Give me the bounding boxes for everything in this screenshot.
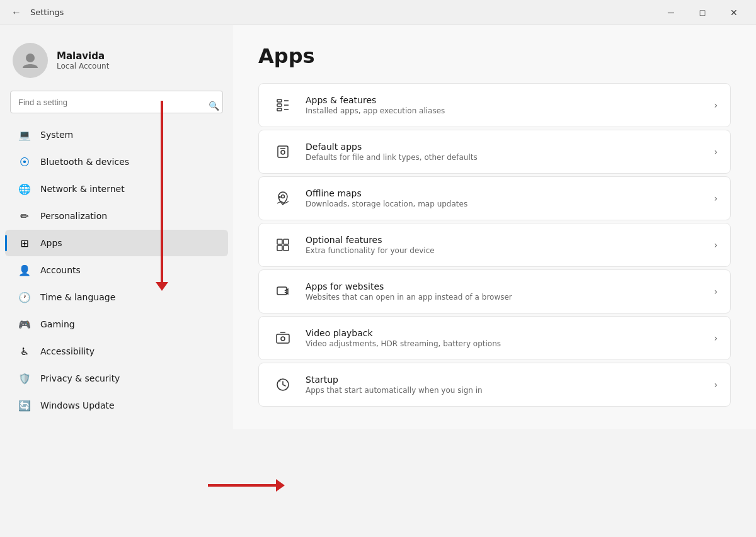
startup-desc: Apps that start automatically when you s…: [306, 386, 702, 395]
optional-features-icon: [272, 234, 294, 256]
apps-features-text: Apps & features Installed apps, app exec…: [306, 95, 702, 115]
default-apps-chevron: ›: [714, 147, 718, 157]
svg-point-10: [282, 195, 285, 198]
offline-maps-chevron: ›: [714, 193, 718, 203]
sidebar-item-windows-update[interactable]: 🔄 Windows Update: [5, 392, 228, 419]
apps-websites-chevron: ›: [714, 286, 718, 297]
titlebar: ← Settings ─ □ ✕: [0, 0, 756, 25]
close-button[interactable]: ✕: [719, 3, 748, 23]
apps-websites-text: Apps for websites Websites that can open…: [306, 281, 702, 302]
apps-websites-desc: Websites that can open in an app instead…: [306, 293, 702, 302]
svg-point-8: [281, 150, 285, 154]
titlebar-title: Settings: [30, 8, 64, 17]
sidebar-label-privacy: Privacy & security: [40, 373, 120, 383]
sidebar-label-network: Network & internet: [40, 184, 125, 194]
default-apps-text: Default apps Defaults for file and link …: [306, 142, 702, 162]
search-container: 🔍: [0, 91, 233, 121]
svg-rect-15: [284, 246, 289, 251]
default-apps-desc: Defaults for file and link types, other …: [306, 153, 702, 162]
setting-card-startup[interactable]: Startup Apps that start automatically wh…: [258, 363, 731, 407]
accessibility-icon: ♿: [18, 344, 32, 358]
avatar: [13, 43, 48, 78]
svg-rect-13: [284, 239, 289, 244]
offline-maps-text: Offline maps Downloads, storage location…: [306, 188, 702, 208]
apps-icon: ⊞: [18, 236, 32, 250]
apps-features-icon: [272, 94, 294, 116]
setting-card-offline-maps[interactable]: Offline maps Downloads, storage location…: [258, 176, 731, 220]
svg-point-0: [26, 54, 35, 62]
sidebar-label-accessibility: Accessibility: [40, 346, 94, 356]
optional-features-desc: Extra functionality for your device: [306, 246, 702, 255]
nav-menu: 💻 System ⦿ Bluetooth & devices 🌐 Network…: [0, 121, 233, 419]
privacy-icon: 🛡️: [18, 371, 32, 385]
sidebar-item-system[interactable]: 💻 System: [5, 122, 228, 148]
time-icon: 🕐: [18, 290, 32, 304]
sidebar-item-privacy[interactable]: 🛡️ Privacy & security: [5, 365, 228, 392]
window-controls: ─ □ ✕: [656, 3, 748, 23]
personalization-icon: ✏️: [18, 209, 32, 223]
optional-features-chevron: ›: [714, 240, 718, 250]
sidebar-item-gaming[interactable]: 🎮 Gaming: [5, 311, 228, 337]
gaming-icon: 🎮: [18, 317, 32, 331]
svg-rect-1: [277, 99, 282, 102]
offline-maps-desc: Downloads, storage location, map updates: [306, 200, 702, 208]
sidebar-item-accessibility[interactable]: ♿ Accessibility: [5, 338, 228, 365]
svg-rect-14: [277, 246, 282, 251]
annotation-arrow-down: [161, 101, 163, 283]
setting-card-apps-websites[interactable]: Apps for websites Websites that can open…: [258, 269, 731, 314]
setting-card-apps-features[interactable]: Apps & features Installed apps, app exec…: [258, 83, 731, 127]
startup-title: Startup: [306, 375, 702, 385]
video-playback-desc: Video adjustments, HDR streaming, batter…: [306, 339, 702, 348]
sidebar: Malavida Local Account 🔍 💻 System ⦿ Blue…: [0, 25, 233, 429]
sidebar-item-accounts[interactable]: 👤 Accounts: [5, 257, 228, 283]
accounts-icon: 👤: [18, 263, 32, 277]
search-input[interactable]: [10, 91, 223, 113]
apps-features-title: Apps & features: [306, 95, 702, 105]
optional-features-title: Optional features: [306, 235, 702, 245]
offline-maps-icon: [272, 187, 294, 210]
maximize-button[interactable]: □: [688, 3, 717, 23]
svg-rect-12: [277, 239, 282, 244]
minimize-button[interactable]: ─: [656, 3, 685, 23]
setting-card-default-apps[interactable]: Default apps Defaults for file and link …: [258, 130, 731, 174]
video-playback-title: Video playback: [306, 328, 702, 338]
svg-rect-7: [278, 146, 288, 157]
svg-point-18: [281, 337, 285, 341]
sidebar-item-network[interactable]: 🌐 Network & internet: [5, 176, 228, 202]
network-icon: 🌐: [18, 182, 32, 196]
bluetooth-icon: ⦿: [18, 155, 32, 169]
sidebar-label-personalization: Personalization: [40, 211, 107, 221]
sidebar-item-apps[interactable]: ⊞ Apps: [5, 230, 228, 256]
sidebar-label-gaming: Gaming: [40, 319, 75, 329]
video-playback-icon: [272, 327, 294, 349]
sidebar-item-time[interactable]: 🕐 Time & language: [5, 284, 228, 310]
video-playback-chevron: ›: [714, 333, 718, 343]
sidebar-label-apps: Apps: [40, 238, 62, 248]
sidebar-label-system: System: [40, 130, 73, 140]
sidebar-label-bluetooth: Bluetooth & devices: [40, 157, 129, 167]
svg-rect-3: [277, 108, 282, 111]
default-apps-icon: [272, 140, 294, 163]
user-info: Malavida Local Account: [57, 50, 109, 71]
page-title: Apps: [258, 44, 731, 68]
back-button[interactable]: ←: [8, 4, 25, 21]
video-playback-text: Video playback Video adjustments, HDR st…: [306, 328, 702, 348]
sidebar-item-bluetooth[interactable]: ⦿ Bluetooth & devices: [5, 149, 228, 175]
sidebar-item-personalization[interactable]: ✏️ Personalization: [5, 203, 228, 229]
startup-text: Startup Apps that start automatically wh…: [306, 375, 702, 395]
startup-chevron: ›: [714, 380, 718, 390]
startup-icon: [272, 373, 294, 396]
setting-card-video-playback[interactable]: Video playback Video adjustments, HDR st…: [258, 316, 731, 360]
user-profile: Malavida Local Account: [0, 35, 233, 91]
annotation-arrow-right: [208, 484, 277, 487]
optional-features-text: Optional features Extra functionality fo…: [306, 235, 702, 255]
sidebar-label-windows-update: Windows Update: [40, 400, 115, 410]
apps-features-chevron: ›: [714, 100, 718, 110]
apps-websites-title: Apps for websites: [306, 281, 702, 291]
apps-websites-icon: [272, 280, 294, 303]
svg-rect-17: [277, 334, 289, 343]
search-button[interactable]: 🔍: [209, 101, 219, 111]
setting-card-optional-features[interactable]: Optional features Extra functionality fo…: [258, 223, 731, 267]
settings-list: Apps & features Installed apps, app exec…: [258, 83, 731, 407]
sidebar-label-accounts: Accounts: [40, 265, 81, 275]
